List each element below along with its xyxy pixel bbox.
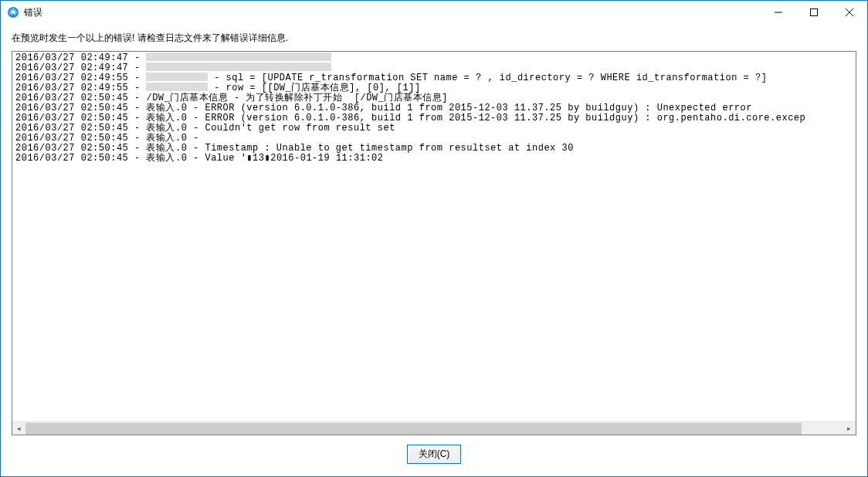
error-dialog: 错误 在预览时发生一个以上的错误! 请检查日志文件来了解错误详细信息. 2016… xyxy=(0,0,868,477)
svg-rect-2 xyxy=(811,8,818,15)
scroll-right-arrow[interactable]: ▸ xyxy=(843,422,856,435)
redacted-block xyxy=(146,83,208,91)
button-row: 关闭(C) xyxy=(12,440,856,470)
minimize-button[interactable] xyxy=(761,1,796,23)
scroll-thumb[interactable] xyxy=(25,423,802,435)
scroll-left-arrow[interactable]: ◂ xyxy=(12,422,25,435)
app-icon xyxy=(7,6,19,19)
error-message: 在预览时发生一个以上的错误! 请检查日志文件来了解错误详细信息. xyxy=(12,32,856,45)
log-line: 2016/03/27 02:50:45 - 表输入.0 - Value '▮13… xyxy=(15,154,853,164)
redacted-block xyxy=(146,73,208,81)
window-title: 错误 xyxy=(24,6,42,19)
dialog-content: 在预览时发生一个以上的错误! 请检查日志文件来了解错误详细信息. 2016/03… xyxy=(1,24,867,476)
redacted-block xyxy=(146,52,331,61)
log-text[interactable]: 2016/03/27 02:49:47 - 2016/03/27 02:49:4… xyxy=(12,52,856,421)
log-panel: 2016/03/27 02:49:47 - 2016/03/27 02:49:4… xyxy=(12,51,856,435)
titlebar: 错误 xyxy=(1,1,867,24)
window-controls xyxy=(761,1,867,24)
maximize-button[interactable] xyxy=(796,1,832,23)
close-button[interactable]: 关闭(C) xyxy=(407,445,462,464)
redacted-block xyxy=(146,63,331,71)
close-window-button[interactable] xyxy=(832,1,867,23)
horizontal-scrollbar[interactable]: ◂ ▸ xyxy=(12,421,856,435)
scroll-track[interactable] xyxy=(25,422,843,435)
